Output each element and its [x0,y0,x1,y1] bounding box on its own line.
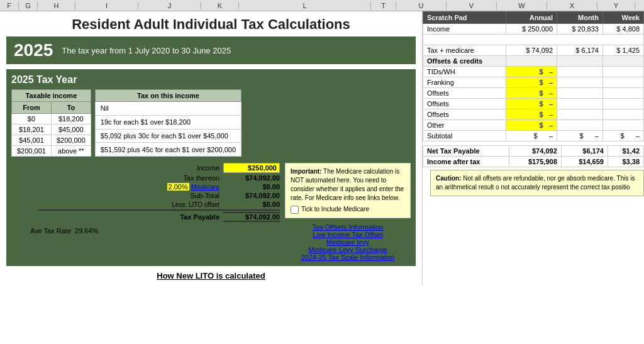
net-tax-payable-row: Net Tax Payable $74,092 $6,174 $1,42 [423,146,644,157]
other-row: Other $ – [423,120,644,131]
col-x: X [547,2,597,9]
ave-value: 29.64% [75,227,98,235]
left-panel: Resident Adult Individual Tax Calculatio… [0,11,423,286]
link-tax-scale[interactable]: 2024-25 Tax Scale Information [301,253,395,261]
caution-title: Caution: [436,175,462,182]
link-medicare-surcharge[interactable]: Medicare Levy Surcharge [308,246,387,253]
tax-table: Tax on this income Nil 19c for each $1 o… [95,89,242,157]
table-row: Nil [95,102,241,116]
tax-year-box: 2025 Tax Year Taxable income From To $0$… [6,69,416,266]
tax-payable-row: Tax Payable $74,092.00 [11,212,280,222]
ave-tax-row: Ave Tax Rate 29.64% [11,227,280,235]
banner-year: 2025 [14,40,53,60]
ave-label: Ave Tax Rate [30,227,71,235]
caution-text: Not all offsets are refundable, nor ge a… [436,175,635,191]
lito-row: Less: LITO offset $0.00 [11,201,280,208]
table-row: $18,201$45,000 [12,125,91,135]
tax-medicare-row: Tax + medicare $ 74,092 $ 6,174 $ 1,425 [423,45,644,56]
column-headers: F G H I J K L T U V W X Y [0,0,644,11]
tax-payable-value: $74,092.00 [223,212,280,222]
income-row: Income $ 250,000 $ 20,833 $ 4,808 [423,24,644,35]
right-panel: Scratch Pad Annual Month Week Income $ 2… [423,11,644,286]
tax-year-banner: 2025 The tax year from 1 July 2020 to 30… [6,36,416,64]
tax-table-header: Tax on this income [95,90,241,102]
offsets-row-3: Offsets $ – [423,109,644,120]
col-t: T [371,2,396,9]
medicare-value: $0.00 [223,183,280,191]
link-lito[interactable]: Low Income Tax Offset [313,231,382,238]
divider [38,209,280,211]
calc-left: Income $250,000 Tax thereon $74,092.00 2… [11,163,280,261]
calc-section: Income $250,000 Tax thereon $74,092.00 2… [11,163,411,261]
tax-payable-label: Tax Payable [144,213,219,221]
table-row: 19c for each $1 over $18,200 [95,115,241,129]
subtotal-row: Subtotal $ – $ – $ – [423,131,644,141]
how-lito-link[interactable]: How New LITO is calculated [6,271,416,280]
medicare-checkbox[interactable] [291,206,299,214]
col-week-header: Week [602,12,643,24]
income-calc-row: Income $250,000 [11,163,280,173]
offsets-row-2: Offsets $ – [423,99,644,109]
table-row: $5,092 plus 30c for each $1 over $45,000 [95,129,241,143]
important-box: Important: The Medicare calculation is N… [285,163,411,218]
income-table-header: Taxable income [12,90,91,102]
income-value[interactable]: $250,000 [223,163,280,173]
col-k: K [201,2,239,9]
medicare-label[interactable]: Medicare [191,183,219,191]
income-table: Taxable income From To $0$18,200 $18,201… [11,89,91,157]
col-u: U [396,2,447,9]
income-label: Income [144,164,219,172]
tids-row: TIDs/WH $ – [423,67,644,77]
col-g: G [19,2,38,9]
tax-thereon-row: Tax thereon $74,092.00 [11,174,280,182]
col-i: I [75,2,138,9]
table-row: $45,001$200,000 [12,135,91,146]
empty-row [423,35,644,45]
tax-thereon-value: $74,092.00 [223,174,280,182]
checkbox-label: Tick to Include Medicare [301,205,369,214]
col-j: J [138,2,201,9]
offsets-header-row: Offsets & credits [423,56,644,67]
medicare-pct: 2.00% [167,183,189,191]
tables-row: Taxable income From To $0$18,200 $18,201… [11,89,411,157]
table-row: $0$18,200 [12,114,91,125]
franking-row: Franking $ – [423,77,644,88]
subtotal-label: Sub-Total [144,192,219,199]
col-f: F [0,2,19,9]
lito-label: Less: LITO offset [144,201,219,208]
important-title: Important: [291,168,321,175]
col-w: W [497,2,547,9]
how-lito-anchor[interactable]: How New LITO is calculated [157,271,265,280]
caution-box: Caution: Not all offsets are refundable,… [430,170,644,196]
links-section: Tax Offsets Information Low Income Tax O… [285,223,411,261]
right-calc-panel: Important: The Medicare calculation is N… [285,163,411,261]
banner-description: The tax year from 1 July 2020 to 30 June… [62,46,231,55]
col-annual-header: Annual [506,12,557,24]
net-table: Net Tax Payable $74,092 $6,174 $1,42 Inc… [423,145,644,167]
col-v: V [447,2,497,9]
link-tax-offsets[interactable]: Tax Offsets Information [313,223,384,231]
tax-year-box-title: 2025 Tax Year [11,74,411,86]
medicare-checkbox-row: Tick to Include Medicare [291,205,405,214]
table-row: $51,592 plus 45c for each $1 over $200,0… [95,143,241,157]
link-medicare-levy[interactable]: Medicare levy [326,238,369,246]
offsets-row-1: Offsets $ – [423,88,644,99]
col-y: Y [597,2,635,9]
table-row: $200,001above ** [12,146,91,157]
subtotal-row: Sub-Total $74,092.00 [11,192,280,199]
scratchpad-title: Scratch Pad [423,12,506,24]
col-l: L [239,2,371,9]
income-after-tax-row: Income after tax $175,908 $14,659 $3,38 [423,157,644,167]
main-content: Resident Adult Individual Tax Calculatio… [0,11,644,286]
page-title: Resident Adult Individual Tax Calculatio… [6,16,416,33]
subtotal-value: $74,092.00 [223,192,280,199]
to-header: To [51,102,91,114]
medicare-row: 2.00% Medicare $0.00 [11,183,280,191]
col-month-header: Month [557,12,603,24]
tax-thereon-label: Tax thereon [144,174,219,182]
col-h: H [38,2,75,9]
lito-value: $0.00 [223,201,280,208]
scratchpad-table: Scratch Pad Annual Month Week Income $ 2… [423,11,644,141]
from-header: From [12,102,52,114]
